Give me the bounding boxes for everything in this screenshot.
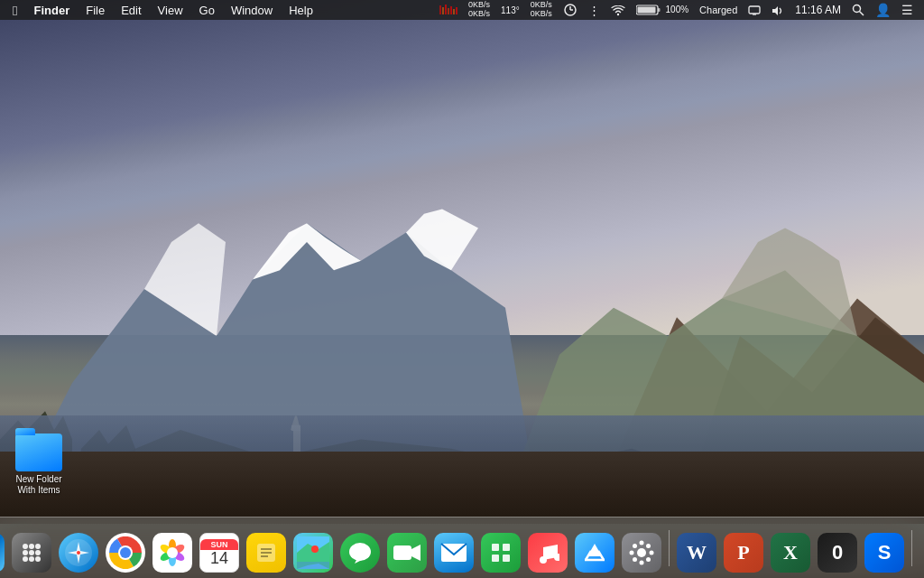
svg-point-67 [349, 543, 371, 561]
svg-point-33 [854, 5, 861, 13]
dock-numbers[interactable] [479, 531, 522, 574]
excel-icon: X [771, 533, 810, 573]
menubar-help[interactable]: Help [282, 2, 320, 19]
folder-label: New Folder With Items [7, 474, 70, 496]
dock-photos[interactable] [151, 531, 194, 574]
battery-charged[interactable]: Charged [696, 4, 741, 16]
dock-chrome[interactable] [104, 531, 147, 574]
calendar-date: 14 [210, 550, 228, 566]
user-icon[interactable]: 👤 [872, 2, 894, 18]
svg-point-36 [29, 544, 34, 549]
svg-rect-20 [453, 9, 455, 14]
numbers-icon [481, 533, 521, 573]
menubar-edit[interactable]: Edit [114, 2, 148, 19]
svg-marker-32 [772, 6, 778, 15]
svg-rect-75 [503, 555, 510, 562]
wifi-icon[interactable] [607, 3, 629, 16]
svg-rect-28 [637, 7, 655, 14]
finder-icon: 😊 [0, 533, 5, 573]
powerpoint-icon: P [724, 533, 763, 573]
dock-mail[interactable] [432, 531, 476, 574]
svg-point-87 [646, 557, 651, 562]
svg-rect-64 [297, 562, 329, 569]
svg-point-89 [646, 544, 651, 548]
svg-point-57 [167, 547, 178, 558]
dock-safari[interactable] [57, 531, 100, 574]
svg-rect-27 [658, 8, 661, 12]
notes-icon [246, 533, 286, 573]
temp-display[interactable]: 113° [497, 5, 523, 16]
clock[interactable]: 11:16 AM [791, 3, 845, 17]
calendar-icon: SUN 14 [199, 533, 239, 573]
dock-separator-2 [911, 530, 912, 566]
dock-messages[interactable] [338, 531, 382, 574]
menubar:  Finder File Edit View Go Window Help [0, 0, 924, 20]
dock-maps[interactable] [291, 531, 335, 574]
svg-point-35 [23, 544, 28, 549]
svg-rect-72 [492, 544, 499, 551]
net-stats[interactable]: 0KB/s0KB/s [465, 0, 494, 20]
search-icon[interactable] [848, 3, 868, 17]
dock-appstore[interactable] [573, 531, 616, 574]
svg-point-25 [617, 13, 619, 14]
svg-point-76 [540, 556, 547, 564]
dock-finder[interactable]: 😊 [0, 531, 6, 574]
dock-systemprefs[interactable] [620, 531, 663, 574]
menubar-finder[interactable]: Finder [26, 2, 77, 19]
desktop-folder[interactable]: New Folder With Items [7, 434, 70, 496]
dock-app-s[interactable]: S [863, 531, 906, 574]
dock-calendar[interactable]: SUN 14 [198, 531, 241, 574]
menubar-view[interactable]: View [151, 2, 190, 19]
dock-sketchbook[interactable]: 0 [816, 531, 859, 574]
svg-point-39 [29, 550, 34, 555]
net-stats2[interactable]: 0KB/s0KB/s [527, 0, 556, 20]
svg-rect-69 [393, 545, 411, 560]
time-machine-icon[interactable] [559, 3, 581, 17]
sketchbook-icon: 0 [818, 533, 857, 573]
svg-point-49 [120, 547, 131, 558]
dock-word[interactable]: W [675, 531, 718, 574]
maps-icon [293, 533, 333, 573]
svg-point-85 [650, 551, 654, 555]
svg-rect-21 [456, 7, 457, 14]
bluetooth-icon[interactable]: ⋮ [585, 3, 604, 18]
menubar-left:  Finder File Edit View Go Window Help [0, 1, 436, 20]
dock-notes[interactable] [245, 531, 288, 574]
svg-point-37 [35, 544, 41, 549]
cpu-monitor[interactable] [436, 3, 461, 17]
volume-icon[interactable] [768, 3, 788, 16]
control-strip[interactable]: ☰ [898, 2, 917, 18]
menubar-go[interactable]: Go [192, 2, 222, 19]
dock-music[interactable] [526, 531, 569, 574]
svg-point-42 [29, 556, 34, 562]
svg-point-40 [35, 550, 41, 555]
appstore-icon [575, 533, 614, 573]
apple-menu[interactable]:  [5, 1, 24, 20]
svg-point-88 [633, 557, 637, 562]
screen-icon[interactable] [744, 3, 764, 16]
svg-rect-19 [450, 6, 452, 14]
svg-line-34 [860, 12, 864, 16]
word-icon: W [677, 533, 716, 573]
photos-icon [152, 533, 192, 573]
battery-percent: 100% [666, 5, 689, 14]
folder-icon [15, 434, 62, 471]
svg-point-41 [23, 556, 28, 562]
facetime-icon [387, 533, 427, 573]
dock-facetime[interactable] [385, 531, 429, 574]
launchpad-icon [12, 533, 51, 573]
svg-point-43 [35, 556, 41, 562]
battery-display[interactable]: 100% [633, 3, 692, 17]
svg-point-86 [633, 544, 637, 548]
dock-launchpad[interactable] [10, 531, 53, 574]
dock-excel[interactable]: X [769, 531, 812, 574]
music-icon [528, 533, 568, 573]
svg-rect-16 [442, 7, 444, 14]
menubar-window[interactable]: Window [224, 2, 280, 19]
svg-rect-17 [445, 5, 447, 14]
dock-trash[interactable] [918, 531, 924, 574]
menubar-file[interactable]: File [79, 2, 112, 19]
svg-point-46 [77, 551, 80, 555]
dock-separator [669, 530, 670, 566]
dock-powerpoint[interactable]: P [722, 531, 765, 574]
